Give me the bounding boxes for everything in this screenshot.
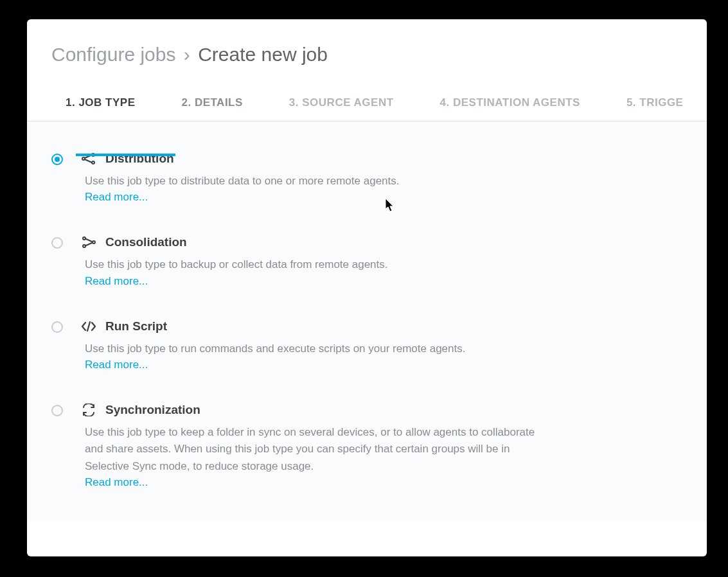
option-description: Use this job type to distribute data to … [85, 173, 547, 190]
read-more-link[interactable]: Read more... [85, 191, 682, 204]
option-title: Consolidation [105, 235, 187, 249]
read-more-link[interactable]: Read more... [85, 275, 682, 288]
tab-details[interactable]: 2. DETAILS [181, 96, 242, 121]
tab-trigger[interactable]: 5. TRIGGE [626, 96, 684, 121]
tab-destination-agents[interactable]: 4. DESTINATION AGENTS [440, 96, 580, 121]
wizard-tabs: 1. JOB TYPE 2. DETAILS 3. SOURCE AGENT 4… [27, 66, 707, 121]
option-body: Synchronization Use this job type to kee… [81, 402, 682, 489]
option-description: Use this job type to keep a folder in sy… [85, 424, 547, 475]
option-body: Run Script Use this job type to run comm… [81, 319, 682, 371]
option-title-row: Synchronization [81, 402, 682, 418]
script-icon [81, 319, 96, 334]
option-distribution[interactable]: Distribution Use this job type to distri… [51, 151, 682, 204]
breadcrumb-separator: › [184, 44, 190, 65]
radio-consolidation[interactable] [51, 237, 63, 249]
breadcrumb-current: Create new job [198, 44, 328, 65]
consolidate-icon [81, 235, 96, 250]
panel-header: Configure jobs › Create new job [27, 19, 707, 66]
sync-icon [81, 402, 96, 418]
option-title-row: Run Script [81, 319, 682, 334]
option-body: Consolidation Use this job type to backu… [81, 235, 682, 287]
radio-run-script[interactable] [51, 321, 63, 333]
radio-synchronization[interactable] [51, 405, 63, 416]
read-more-link[interactable]: Read more... [85, 476, 682, 489]
option-run-script[interactable]: Run Script Use this job type to run comm… [51, 319, 682, 371]
svg-point-2 [92, 161, 94, 164]
option-description: Use this job type to backup or collect d… [85, 256, 547, 273]
option-synchronization[interactable]: Synchronization Use this job type to kee… [51, 402, 682, 489]
option-title: Synchronization [105, 403, 200, 417]
create-job-panel: Configure jobs › Create new job 1. JOB T… [27, 19, 707, 556]
option-consolidation[interactable]: Consolidation Use this job type to backu… [51, 235, 682, 287]
option-description: Use this job type to run commands and ex… [85, 341, 547, 357]
breadcrumb-parent[interactable]: Configure jobs [51, 44, 175, 65]
svg-point-3 [93, 241, 95, 244]
option-body: Distribution Use this job type to distri… [81, 151, 682, 204]
option-title: Run Script [105, 319, 167, 333]
option-title-row: Consolidation [81, 235, 682, 250]
tab-job-type[interactable]: 1. JOB TYPE [66, 96, 135, 121]
read-more-link[interactable]: Read more... [85, 359, 682, 371]
radio-distribution[interactable] [51, 154, 63, 165]
breadcrumb: Configure jobs › Create new job [51, 44, 682, 66]
job-type-options: Distribution Use this job type to distri… [27, 121, 707, 521]
tab-source-agent[interactable]: 3. SOURCE AGENT [289, 96, 394, 121]
tab-active-indicator [76, 154, 175, 156]
